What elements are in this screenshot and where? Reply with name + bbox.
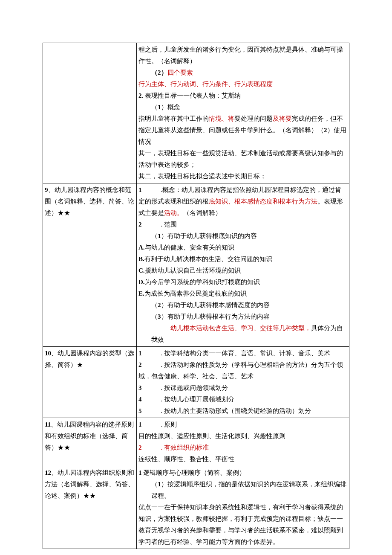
text-run: 2 <box>138 361 142 368</box>
line: D.为今后学习系统的学科知识打根底的知识 <box>138 276 347 288</box>
text-run: 2 <box>158 69 161 76</box>
text-run: A. <box>138 244 145 251</box>
text-run: C. <box>138 267 145 274</box>
line: （1）按逻辑顺序组织，指的是依据知识的内在逻辑联系，来组织编排课程。 <box>138 479 347 502</box>
table-row: 程之后，儿童所发生的诸多行为变化，因而其特点就是具体、准确与可操作性。（名词解释… <box>43 43 349 183</box>
text-run: 、幼儿园课程内容组织原则和方法（名词解释、选择、简答、论述、案例）★★ <box>45 469 134 499</box>
text-run: 连续性、顺序性、整合性、平衡性 <box>138 456 234 462</box>
text-run: 12 <box>45 469 51 476</box>
text-run: 1 <box>138 469 142 476</box>
line: A.与幼儿的健康、安全有关的知识 <box>138 242 347 253</box>
line: 2. 表现性目标一一代表人物：艾斯纳 <box>138 90 347 102</box>
line: 目的性原则、适应性原则、生活化原则、兴趣性原则 <box>138 430 347 442</box>
table-row: 12、幼儿园课程内容组织原则和方法（名词解释、选择、简答、论述、案例）★★1 逻… <box>43 466 349 549</box>
text-run: （ <box>151 69 158 76</box>
text-run: ）有助于幼儿获得根本感情态度的内容 <box>161 302 270 308</box>
line: 2 . 按活动对象的性质划分（学科与心理相结合的方法）分为五个领域，包含健康、科… <box>138 359 347 382</box>
text-run: . 按课题或问题领域划分 <box>142 384 228 391</box>
text-run: 9 <box>45 186 48 193</box>
text-run: （ <box>151 313 158 320</box>
text-run: 其二，表现性目标比拟合适表述中长期目标； <box>138 173 266 180</box>
line: （1）有助于幼儿获得根底知识的内容 <box>138 230 347 242</box>
right-cell: 1 逻辑顺序与心理顺序（简答、案例）（1）按逻辑顺序组织，指的是依据知识的内在逻… <box>137 466 349 549</box>
text-run: 指明儿童将在其中工作的 <box>138 115 209 122</box>
text-run <box>151 325 170 331</box>
line: C.援助幼儿认识自己生活环境的知识 <box>138 265 347 276</box>
line: 1 逻辑顺序与心理顺序（简答、案例） <box>138 467 347 479</box>
text-run: ）有助于幼儿获得根本行为方法的内容 <box>161 313 270 320</box>
table-row: 10、幼儿园课程内容的类型（选择、简答）★1 . 按学科结构分类一一体育、言语、… <box>43 347 349 418</box>
text-run: . 有效组织的标准 <box>161 444 209 451</box>
text-run: D. <box>138 279 145 285</box>
text-run: 1 <box>158 481 161 488</box>
text-run: . 范围 <box>142 221 177 228</box>
text-run: 援助幼儿认识自己生活环境的知识 <box>145 267 241 274</box>
line: 1 . 原则 <box>138 419 347 430</box>
left-cell: 9、幼儿园课程内容的概念和范围（名词解释、选择、简答、论述）★★ <box>43 183 137 347</box>
text-run: 情境、将 <box>209 115 234 122</box>
text-run: 幼儿根本活动包含生活、学习、交往等几种类型， <box>170 325 311 331</box>
left-cell: 11、幼儿园课程内容的选择原则和有效组织的标准（选择、简答）★★ <box>43 418 137 466</box>
text-run: 2 <box>158 302 161 308</box>
line: （2）有助于幼儿获得根本感情态度的内容 <box>138 299 347 311</box>
text-run: （ <box>151 302 158 308</box>
text-run: 11 <box>45 421 51 428</box>
right-cell: 1 . 原则目的性原则、适应性原则、生活化原则、兴趣性原则2 . 有效组织的标准… <box>137 418 349 466</box>
line: 其一，表现性目标在一些观赏活动、艺术制造活动或需要高级认知参与的活动中表达的较多… <box>138 148 347 171</box>
text-run: 四个要素 <box>167 69 193 76</box>
table-row: 9、幼儿园课程内容的概念和范围（名词解释、选择、简答、论述）★★1 .概念：幼儿… <box>43 183 349 347</box>
line: E.为成长为高素养公民奠定根底的知识 <box>138 288 347 299</box>
text-run: 与幼儿的健康、安全有关的知识 <box>145 244 234 251</box>
text-run: ）概念 <box>161 104 180 110</box>
text-run: 及将要 <box>273 115 292 122</box>
right-cell: 1 . 按学科结构分类一一体育、言语、常识、计算、音乐、美术2 . 按活动对象的… <box>137 347 349 418</box>
text-run: 2 <box>324 127 327 134</box>
line: 程之后，儿童所发生的诸多行为变化，因而其特点就是具体、准确与可操作性。（名词解释… <box>138 44 347 67</box>
text-run: . 表现性目标一一代表人物：艾斯纳 <box>142 92 241 99</box>
text-run: . 按活动对象的性质划分（学科与心理相结合的方法）分为五个领域，包含健康、科学、… <box>138 361 343 380</box>
text-run: 3 <box>158 313 161 320</box>
text-run: 1 <box>158 232 161 239</box>
text-run: 2 <box>138 92 142 99</box>
text-run: 2 <box>138 444 142 451</box>
text-run: 优点一一在于保持知识本身的系统性和逻辑性，有利于学习者获得系统的知识，方案性较强… <box>138 504 343 545</box>
text-run: 程之后，儿童所发生的诸多行为变化，因而其特点就是具体、准确与可操作性。（名词解释… <box>138 46 343 64</box>
text-run: E. <box>138 290 144 297</box>
text-run: 行为主体、行为动词、行为条件、行为表现程度 <box>138 81 273 87</box>
table-row: 11、幼儿园课程内容的选择原则和有效组织的标准（选择、简答）★★1 . 原则目的… <box>43 418 349 466</box>
text-run: . 按幼儿心理开展领域划分 <box>142 396 235 403</box>
document-table: 程之后，儿童所发生的诸多行为变化，因而其特点就是具体、准确与可操作性。（名词解释… <box>43 43 349 549</box>
text-run <box>142 444 161 451</box>
text-run: 底知识、根本感情态度和根本行为方法 <box>209 198 317 205</box>
line: 优点一一在于保持知识本身的系统性和逻辑性，有利于学习者获得系统的知识，方案性较强… <box>138 502 347 548</box>
text-run: （ <box>151 481 158 488</box>
line: （3）有助于幼儿获得根本行为方法的内容 <box>138 311 347 323</box>
line: 指明儿童将在其中工作的情境、将要处理的问题及将要完成的任务，但不指定儿童将从这些… <box>138 113 347 148</box>
text-run: 目的性原则、适应性原则、生活化原则、兴趣性原则 <box>138 433 285 439</box>
line: （2）四个要素 <box>138 67 347 78</box>
text-run: 10 <box>45 350 51 357</box>
right-cell: 程之后，儿童所发生的诸多行为变化，因而其特点就是具体、准确与可操作性。（名词解释… <box>137 43 349 183</box>
text-run: 3 <box>138 384 142 391</box>
left-cell: 10、幼儿园课程内容的类型（选择、简答）★ <box>43 347 137 418</box>
text-run: B. <box>138 256 144 262</box>
text-run: 1 <box>138 350 142 357</box>
left-cell <box>43 43 137 183</box>
text-run: 5 <box>138 407 142 414</box>
text-run: . 按学科结构分类一一体育、言语、常识、计算、音乐、美术 <box>142 350 331 357</box>
text-run: （名词解释） <box>183 209 222 216</box>
line: 连续性、顺序性、整合性、平衡性 <box>138 453 347 465</box>
text-run: . 原则 <box>142 421 177 428</box>
text-run: 要处理的问题 <box>234 115 273 122</box>
text-run: 活动。 <box>164 209 183 216</box>
line: 4 . 按幼儿心理开展领域划分 <box>138 394 347 405</box>
line: 3 . 按课题或问题领域划分 <box>138 382 347 394</box>
line: B.有利于幼儿解决根本的生活、交往问题的知识 <box>138 253 347 265</box>
text-run: （ <box>151 232 158 239</box>
text-run: 、幼儿园课程内容的概念和范围（名词解释、选择、简答、论述）★★ <box>45 186 134 216</box>
text-run: 1 <box>158 104 161 110</box>
text-run: 、幼儿园课程内容的选择原则和有效组织的标准（选择、简答）★★ <box>45 421 134 451</box>
line: 幼儿根本活动包含生活、学习、交往等几种类型，具体分为自我效 <box>138 323 347 346</box>
line: 其二，表现性目标比拟合适表述中长期目标； <box>138 171 347 182</box>
line: 行为主体、行为动词、行为条件、行为表现程度 <box>138 78 347 90</box>
